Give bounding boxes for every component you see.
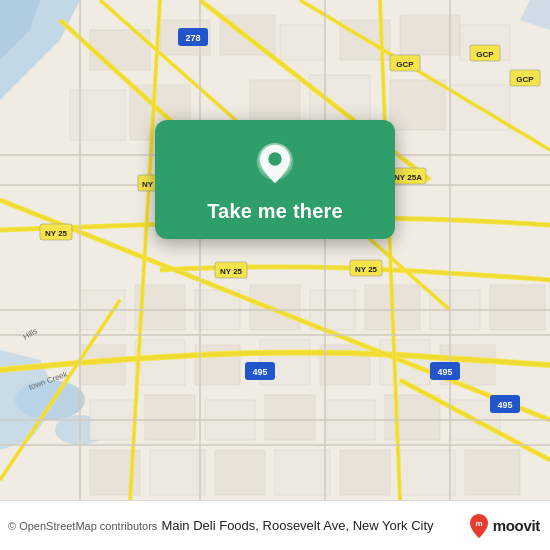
bottom-bar: © OpenStreetMap contributors Main Deli F… <box>0 500 550 550</box>
copyright-text: © OpenStreetMap contributors <box>8 520 157 532</box>
svg-rect-36 <box>145 395 195 440</box>
svg-point-107 <box>268 152 281 165</box>
location-pin-icon <box>249 138 301 190</box>
svg-rect-48 <box>465 450 520 495</box>
svg-rect-10 <box>280 25 325 60</box>
svg-text:GCP: GCP <box>516 75 534 84</box>
svg-rect-29 <box>135 340 185 385</box>
map-svg: 278 NY 25 NY 25 NY 25 NY 25A NY 25A GCP … <box>0 0 550 500</box>
svg-rect-12 <box>400 15 460 55</box>
svg-text:NY 25A: NY 25A <box>394 173 422 182</box>
svg-text:NY 25: NY 25 <box>220 267 243 276</box>
svg-rect-17 <box>310 75 370 125</box>
svg-rect-18 <box>390 80 445 130</box>
svg-text:495: 495 <box>252 367 267 377</box>
svg-rect-44 <box>215 450 265 495</box>
take-me-there-label: Take me there <box>207 200 343 223</box>
svg-rect-27 <box>490 285 545 330</box>
svg-text:NY 25: NY 25 <box>355 265 378 274</box>
svg-text:GCP: GCP <box>396 60 414 69</box>
svg-rect-46 <box>340 450 390 495</box>
svg-rect-38 <box>265 395 315 440</box>
svg-rect-47 <box>400 450 455 495</box>
moovit-logo: m moovit <box>468 513 540 539</box>
moovit-pin-icon: m <box>468 513 490 539</box>
svg-text:495: 495 <box>497 400 512 410</box>
svg-text:278: 278 <box>185 33 200 43</box>
svg-text:m: m <box>475 519 482 528</box>
svg-rect-43 <box>150 450 205 495</box>
place-name: Main Deli Foods, Roosevelt Ave, New York… <box>157 518 467 533</box>
moovit-text: moovit <box>493 517 540 534</box>
svg-rect-16 <box>250 80 300 125</box>
svg-rect-45 <box>275 450 330 495</box>
map-container: 278 NY 25 NY 25 NY 25 NY 25A NY 25A GCP … <box>0 0 550 500</box>
svg-text:495: 495 <box>437 367 452 377</box>
svg-text:GCP: GCP <box>476 50 494 59</box>
navigation-card[interactable]: Take me there <box>155 120 395 239</box>
svg-text:NY 25: NY 25 <box>45 229 68 238</box>
svg-rect-14 <box>70 90 125 140</box>
svg-rect-40 <box>385 395 440 440</box>
